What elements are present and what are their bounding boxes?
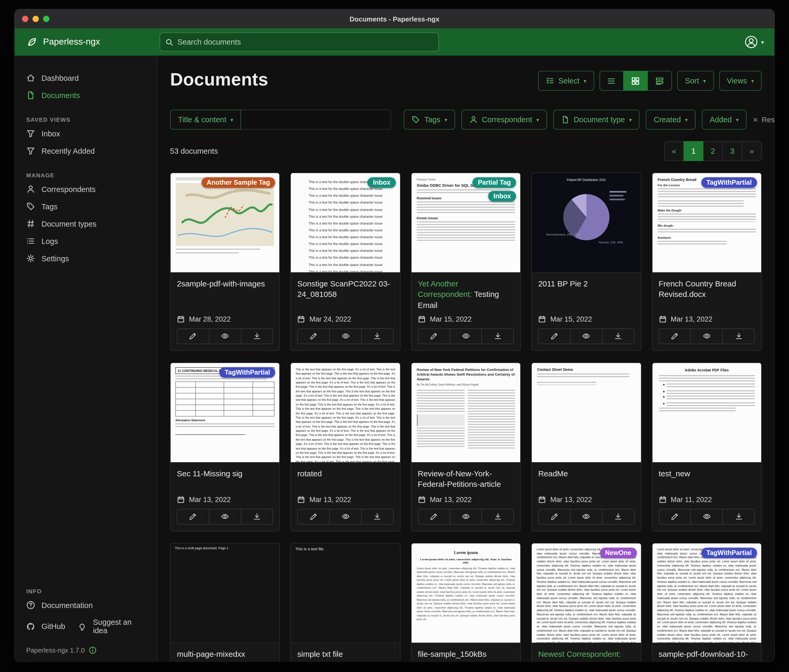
document-card[interactable]: 11 CONTINUING MEDICAL EDUCATIONAttestati… — [170, 363, 280, 532]
document-thumbnail[interactable]: This is a test for the double space char… — [291, 173, 400, 273]
tag-pill[interactable]: NewOne — [600, 548, 637, 558]
document-thumbnail[interactable]: Lorem ipsumLorem ipsum dolor sit amet, c… — [412, 543, 521, 643]
view-document-button[interactable] — [209, 509, 241, 525]
document-card[interactable]: Adobe Acrobat PDF Filestest_newMar 11, 2… — [652, 363, 762, 532]
document-title[interactable]: simple txt file — [297, 649, 394, 662]
zoom-window-button[interactable] — [43, 16, 50, 22]
edit-document-button[interactable] — [658, 509, 691, 525]
added-filter-button[interactable]: Added ▾ — [702, 110, 746, 130]
tag-pill[interactable]: Inbox — [488, 191, 516, 201]
document-thumbnail[interactable]: Adobe Acrobat PDF Files — [652, 363, 761, 463]
page-2-button[interactable]: 2 — [703, 141, 723, 161]
sidebar-item-documentation[interactable]: Documentation — [26, 596, 147, 614]
tag-pill[interactable]: Partial Tag — [473, 177, 516, 188]
document-card[interactable]: Another Sample Tag2sample-pdf-with-image… — [170, 173, 280, 351]
brand[interactable]: Paperless-ngx — [15, 36, 146, 48]
view-document-button[interactable] — [209, 328, 241, 344]
download-document-button[interactable] — [241, 509, 273, 525]
document-card[interactable]: French Country BreadFor the Lesson:Make … — [652, 173, 762, 351]
page-1-button[interactable]: 1 — [684, 141, 703, 161]
grid-view-button[interactable] — [624, 71, 648, 91]
download-document-button[interactable] — [723, 509, 755, 525]
sidebar-item-saved-view[interactable]: Inbox — [26, 125, 147, 142]
document-title[interactable]: French Country Bread Revised.docx — [658, 279, 755, 311]
next-page-button[interactable]: » — [742, 141, 762, 161]
sidebar-item-github[interactable]: GitHub — [26, 618, 65, 635]
view-document-button[interactable] — [571, 509, 603, 525]
page-3-button[interactable]: 3 — [722, 141, 742, 161]
close-window-button[interactable] — [22, 16, 28, 22]
document-title[interactable]: Sonstige ScanPC2022 03-24_081058 — [297, 279, 394, 311]
views-button[interactable]: Views ▾ — [719, 71, 762, 91]
tags-filter-button[interactable]: Tags ▾ — [404, 110, 455, 130]
download-document-button[interactable] — [241, 328, 273, 344]
document-thumbnail[interactable]: This is a test file. — [291, 543, 400, 643]
sidebar-item-dashboard[interactable]: Dashboard — [26, 69, 147, 86]
detail-view-button[interactable] — [648, 71, 672, 91]
document-thumbnail[interactable]: Lorem ipsum dolor sit amet, consectetur … — [532, 543, 641, 643]
view-document-button[interactable] — [330, 509, 362, 525]
document-card[interactable]: Patient BP Distribution 2011Normotensive… — [531, 173, 641, 351]
sidebar-item-manage[interactable]: Settings — [26, 250, 147, 267]
sidebar-item-manage[interactable]: Logs — [26, 232, 147, 250]
edit-document-button[interactable] — [658, 328, 691, 344]
filter-field-dropdown[interactable]: Title & content ▾ — [170, 110, 241, 130]
document-type-filter-button[interactable]: Document type ▾ — [553, 110, 640, 130]
document-thumbnail[interactable]: French Country BreadFor the Lesson:Make … — [652, 173, 761, 273]
view-document-button[interactable] — [691, 509, 723, 525]
sidebar-item-manage[interactable]: Document types — [26, 215, 147, 232]
edit-document-button[interactable] — [177, 509, 209, 525]
list-view-button[interactable] — [599, 71, 624, 91]
document-card[interactable]: Review of New York Federal Petitions for… — [411, 363, 521, 532]
filter-text-input[interactable] — [241, 110, 391, 130]
document-title[interactable]: 2sample-pdf-with-images — [177, 279, 273, 311]
select-button[interactable]: Select ▾ — [538, 71, 594, 91]
edit-document-button[interactable] — [297, 509, 330, 525]
document-thumbnail[interactable]: Review of New York Federal Petitions for… — [412, 363, 521, 463]
document-title[interactable]: test_new — [658, 468, 755, 491]
document-card[interactable]: Lorem ipsum dolor sit amet, consectetur … — [652, 543, 762, 662]
sidebar-item-manage[interactable]: Correspondents — [26, 180, 147, 198]
tag-pill[interactable]: TagWithPartial — [701, 177, 757, 188]
download-document-button[interactable] — [362, 509, 394, 525]
tag-pill[interactable]: TagWithPartial — [701, 548, 757, 558]
view-document-button[interactable] — [571, 328, 603, 344]
download-document-button[interactable] — [603, 509, 635, 525]
edit-document-button[interactable] — [538, 509, 571, 525]
tag-pill[interactable]: TagWithPartial — [219, 367, 275, 378]
download-document-button[interactable] — [482, 328, 514, 344]
document-thumbnail[interactable]: This is the text that appears on the fir… — [291, 363, 400, 463]
document-title[interactable]: rotated — [297, 468, 394, 491]
document-card[interactable]: Release NotesSimba ODBC Driver for SQL S… — [411, 173, 521, 351]
view-document-button[interactable] — [330, 328, 362, 344]
document-thumbnail[interactable]: Another Sample Tag — [171, 173, 280, 273]
sidebar-item-documents[interactable]: Documents — [26, 86, 147, 104]
document-title[interactable]: file-sample_150kBs — [418, 649, 514, 662]
document-title[interactable]: Newest Correspondent: f_combineds — [538, 649, 634, 662]
user-menu[interactable]: ▾ — [744, 35, 764, 49]
edit-document-button[interactable] — [538, 328, 571, 344]
document-thumbnail[interactable]: Release NotesSimba ODBC Driver for SQL S… — [412, 173, 521, 273]
edit-document-button[interactable] — [177, 328, 209, 344]
tag-pill[interactable]: Inbox — [368, 177, 396, 188]
sidebar-item-manage[interactable]: Tags — [26, 198, 147, 215]
edit-document-button[interactable] — [297, 328, 330, 344]
document-title[interactable]: Review-of-New-York-Federal-Petitions-art… — [418, 468, 514, 491]
document-title[interactable]: 2011 BP Pie 2 — [538, 279, 634, 311]
view-document-button[interactable] — [450, 328, 482, 344]
download-document-button[interactable] — [482, 509, 514, 525]
document-card[interactable]: This is a test for the double space char… — [291, 173, 401, 351]
correspondent-link[interactable]: Newest Correspondent: — [538, 650, 621, 658]
search-input[interactable] — [177, 38, 433, 46]
document-card[interactable]: This is a test file.simple txt file — [291, 543, 401, 662]
document-title[interactable]: Sec 11-Missing sig — [177, 468, 273, 491]
sidebar-item-suggest-idea[interactable]: Suggest an idea — [78, 614, 147, 639]
document-thumbnail[interactable]: 11 CONTINUING MEDICAL EDUCATIONAttestati… — [171, 363, 280, 463]
document-card[interactable]: This is a multi page document. Page 1.mu… — [170, 543, 280, 662]
document-thumbnail[interactable]: Contact Sheet Demo — [532, 363, 641, 463]
sidebar-item-saved-view[interactable]: Recently Added — [26, 142, 147, 159]
document-title[interactable]: Yet Another Correspondent: Testing Email — [418, 279, 514, 311]
download-document-button[interactable] — [603, 328, 635, 344]
document-card[interactable]: Contact Sheet DemoReadMeMar 13, 2022 — [531, 363, 641, 532]
global-search[interactable] — [160, 32, 439, 51]
